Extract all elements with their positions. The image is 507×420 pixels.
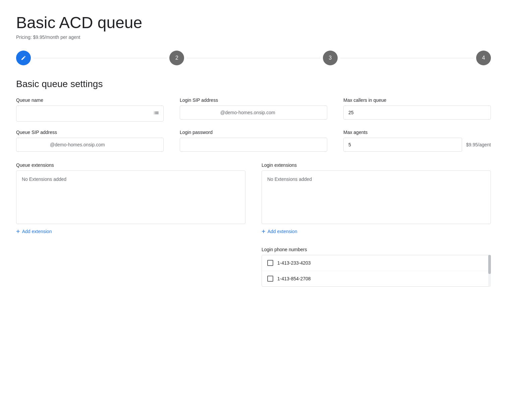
login-password-group: Login password: [180, 130, 327, 152]
phone-number-1: 1-413-233-4203: [277, 260, 311, 266]
step-4[interactable]: 4: [476, 51, 491, 65]
max-agents-group: Max agents $9.95/agent: [343, 130, 491, 152]
queue-sip-domain: @demo-homes.onsip.com: [50, 138, 110, 151]
list-icon: [149, 106, 163, 121]
stepper: 2 3 4: [16, 51, 491, 65]
login-sip-input[interactable]: [180, 106, 220, 119]
plus-icon-login: +: [262, 228, 266, 235]
queue-sip-group: Queue SIP address @demo-homes.onsip.com: [16, 130, 164, 152]
step-2[interactable]: 2: [169, 51, 184, 65]
login-sip-group: Login SIP address @demo-homes.onsip.com: [180, 97, 327, 122]
max-callers-input[interactable]: [343, 106, 491, 120]
step-3[interactable]: 3: [323, 51, 338, 65]
queue-extensions-label: Queue extensions: [16, 162, 245, 168]
step-1[interactable]: [16, 51, 31, 65]
login-extensions-empty: No Extensions added: [267, 177, 312, 182]
step-line-3: [340, 58, 473, 58]
login-extensions-box: No Extensions added: [262, 170, 491, 224]
queue-extensions-empty: No Extensions added: [22, 177, 66, 182]
max-agents-price: $9.95/agent: [466, 142, 491, 147]
login-add-extension-label: Add extension: [268, 229, 297, 234]
phone-item-2: 1-413-854-2708: [262, 271, 491, 286]
queue-extensions-box: No Extensions added: [16, 170, 245, 224]
login-phone-numbers-col: Login phone numbers 1-413-233-4203 1-413…: [262, 247, 491, 287]
scrollbar-thumb[interactable]: [488, 255, 491, 274]
plus-icon: +: [16, 228, 20, 235]
form-grid: Queue name Login SIP address @demo-homes…: [16, 97, 491, 152]
queue-add-extension-button[interactable]: + Add extension: [16, 227, 245, 236]
queue-sip-label: Queue SIP address: [16, 130, 164, 135]
login-sip-label: Login SIP address: [180, 97, 327, 103]
phone-box: 1-413-233-4203 1-413-854-2708: [262, 255, 491, 287]
max-agents-input[interactable]: [343, 138, 462, 152]
login-password-label: Login password: [180, 130, 327, 135]
max-callers-label: Max callers in queue: [343, 97, 491, 103]
phone-box-wrapper: 1-413-233-4203 1-413-854-2708: [262, 255, 491, 287]
queue-add-extension-label: Add extension: [22, 229, 52, 234]
max-callers-group: Max callers in queue: [343, 97, 491, 122]
queue-name-label: Queue name: [16, 97, 164, 103]
phone-number-2: 1-413-854-2708: [277, 276, 311, 281]
queue-name-input[interactable]: [16, 107, 149, 120]
extensions-row: Queue extensions No Extensions added + A…: [16, 162, 491, 236]
login-phone-numbers-label: Login phone numbers: [262, 247, 491, 252]
queue-name-input-wrapper: [16, 106, 164, 122]
phone-list: 1-413-233-4203 1-413-854-2708: [262, 255, 491, 286]
page-title: Basic ACD queue: [16, 13, 491, 32]
queue-sip-input-wrapper: @demo-homes.onsip.com: [16, 138, 164, 152]
login-add-extension-button[interactable]: + Add extension: [262, 227, 491, 236]
login-extensions-section: Login extensions No Extensions added + A…: [262, 162, 491, 236]
login-password-input[interactable]: [180, 138, 327, 151]
scrollbar-track[interactable]: [488, 255, 491, 287]
phone-section: Login phone numbers 1-413-233-4203 1-413…: [16, 247, 491, 287]
login-password-input-wrapper: [180, 138, 327, 152]
step-line-2: [187, 58, 320, 58]
login-sip-domain: @demo-homes.onsip.com: [220, 106, 280, 119]
phone-item: 1-413-233-4203: [262, 255, 491, 271]
max-agents-row: $9.95/agent: [343, 138, 491, 152]
step-line-1: [34, 58, 167, 58]
queue-extensions-section: Queue extensions No Extensions added + A…: [16, 162, 245, 236]
queue-sip-input[interactable]: [16, 138, 50, 151]
phone-checkbox-1[interactable]: [267, 260, 273, 266]
section-title: Basic queue settings: [16, 79, 491, 89]
login-extensions-label: Login extensions: [262, 162, 491, 168]
login-sip-input-wrapper: @demo-homes.onsip.com: [180, 106, 327, 120]
phone-checkbox-2[interactable]: [267, 276, 273, 282]
queue-name-group: Queue name: [16, 97, 164, 122]
max-agents-label: Max agents: [343, 130, 491, 135]
pricing-text: Pricing: $9.95/month per agent: [16, 34, 491, 40]
